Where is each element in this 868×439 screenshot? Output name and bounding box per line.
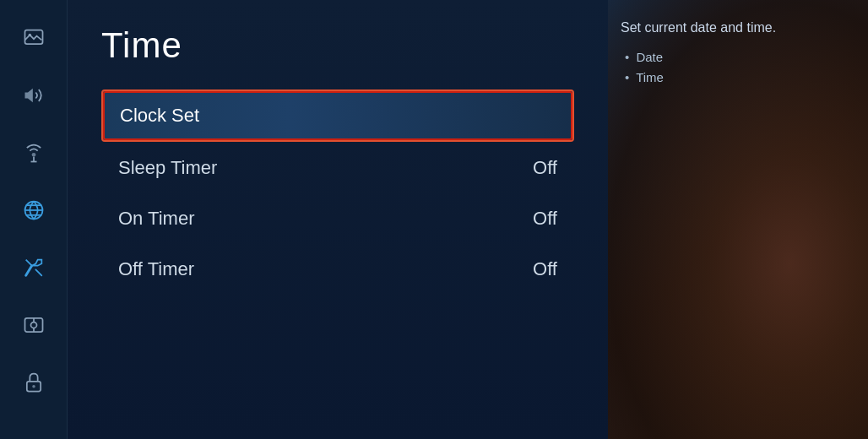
menu-item-sleep-timer[interactable]: Sleep Timer Off <box>101 144 574 192</box>
on-timer-value: Off <box>533 208 557 230</box>
off-timer-value: Off <box>533 258 557 280</box>
on-timer-label: On Timer <box>118 208 194 230</box>
svg-point-1 <box>28 34 31 37</box>
info-panel: Set current date and time. • Date • Time <box>608 0 868 439</box>
sidebar-item-network[interactable] <box>13 189 55 231</box>
info-bullet-date: • Date <box>625 47 860 68</box>
off-timer-label: Off Timer <box>118 258 194 280</box>
menu-item-off-timer[interactable]: Off Timer Off <box>101 245 574 294</box>
sleep-timer-label: Sleep Timer <box>118 157 217 179</box>
svg-marker-2 <box>24 89 32 102</box>
page-title: Time <box>101 25 574 66</box>
clock-set-label: Clock Set <box>120 105 199 127</box>
main-content: Time Clock Set Sleep Timer Off On Timer … <box>68 0 868 439</box>
info-bullet-time: • Time <box>625 68 860 88</box>
info-description: Set current date and time. <box>621 17 860 39</box>
sidebar-item-sound[interactable] <box>13 74 55 117</box>
info-text-box: Set current date and time. • Date • Time <box>621 17 860 88</box>
sidebar-item-tools[interactable] <box>13 247 55 289</box>
sidebar-item-broadcast[interactable] <box>13 132 55 174</box>
sidebar-item-support[interactable] <box>13 304 55 346</box>
menu-list: Clock Set Sleep Timer Off On Timer Off O… <box>101 89 574 294</box>
sidebar <box>0 0 68 439</box>
svg-point-11 <box>30 322 36 328</box>
sidebar-item-picture[interactable] <box>13 17 55 59</box>
menu-panel: Time Clock Set Sleep Timer Off On Timer … <box>68 0 608 439</box>
menu-item-clock-set[interactable]: Clock Set <box>101 89 574 142</box>
sleep-timer-value: Off <box>533 157 557 179</box>
bullet-dot-date: • <box>625 50 629 64</box>
svg-point-3 <box>31 153 35 157</box>
svg-point-15 <box>32 385 35 388</box>
bullet-dot-time: • <box>625 70 629 84</box>
sidebar-item-lock[interactable] <box>13 361 55 404</box>
menu-item-on-timer[interactable]: On Timer Off <box>101 194 574 243</box>
